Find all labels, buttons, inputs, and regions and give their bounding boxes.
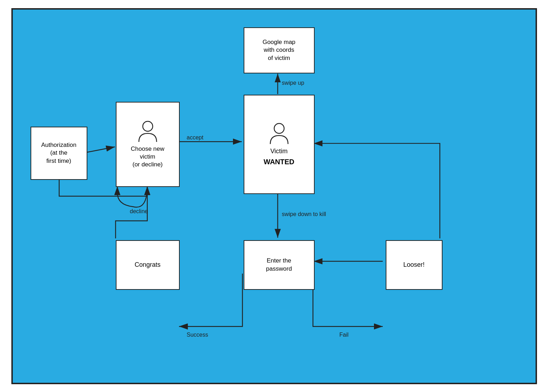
person-icon-victim: [268, 122, 290, 145]
label-fail: Fail: [340, 332, 349, 338]
map-box: Google map with coords of victim: [244, 27, 315, 73]
label-swipe-up: swipe up: [282, 80, 304, 86]
choose-box: Choose new victim (or decline): [116, 102, 180, 187]
victim-box: Victim WANTED: [244, 95, 315, 194]
choose-label: Choose new victim (or decline): [131, 145, 164, 169]
label-accept: accept: [187, 134, 204, 141]
congrats-label: Congrats: [135, 261, 161, 269]
victim-label2: WANTED: [264, 157, 294, 166]
svg-point-8: [274, 123, 284, 133]
looser-box: Looser!: [386, 240, 443, 290]
label-decline: decline: [130, 208, 148, 215]
password-box: Enter the password: [244, 240, 315, 290]
auth-box: Authorization (at the first time): [31, 127, 87, 180]
congrats-box: Congrats: [116, 240, 180, 290]
map-label: Google map with coords of victim: [262, 38, 295, 62]
looser-label: Looser!: [403, 261, 424, 269]
diagram-container: Authorization (at the first time) Choose…: [11, 8, 537, 384]
label-swipe-down: swipe down to kill: [282, 211, 326, 217]
person-icon-choose: [137, 120, 158, 143]
label-success: Success: [187, 332, 208, 338]
svg-point-7: [143, 121, 153, 131]
svg-line-2: [87, 147, 115, 152]
victim-label1: Victim: [270, 147, 288, 155]
password-label: Enter the password: [266, 257, 292, 272]
diagram-area: Authorization (at the first time) Choose…: [13, 10, 536, 383]
auth-label: Authorization (at the first time): [41, 141, 76, 165]
